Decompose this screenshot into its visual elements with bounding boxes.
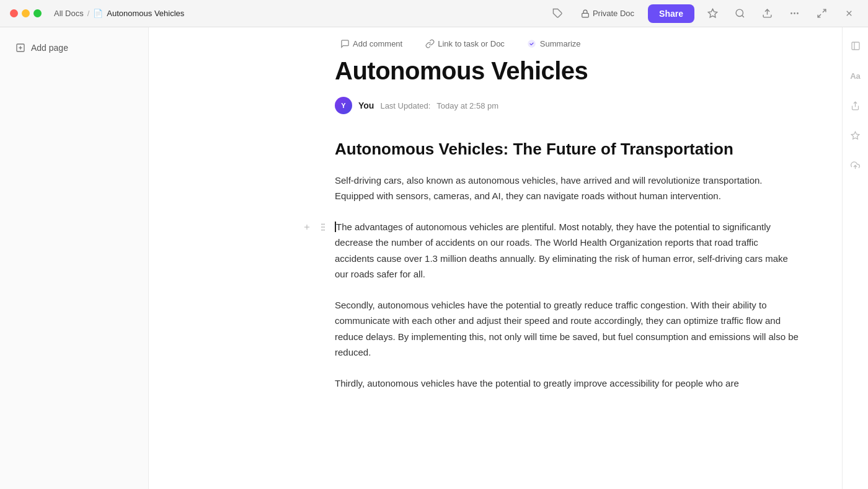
svg-point-6: [794, 13, 794, 14]
minimize-button[interactable]: [22, 9, 30, 17]
font-size-button[interactable]: Aa: [847, 67, 864, 84]
svg-line-9: [822, 9, 825, 12]
paragraph-2[interactable]: The advantages of autonomous vehicles ar…: [335, 219, 800, 282]
search-button[interactable]: [730, 4, 749, 23]
svg-point-20: [323, 223, 324, 225]
all-docs-link[interactable]: All Docs: [54, 9, 84, 18]
doc-icon: 📄: [93, 9, 103, 19]
svg-point-21: [321, 227, 322, 228]
paragraph-1[interactable]: Self-driving cars, also known as autonom…: [335, 173, 800, 204]
section-heading[interactable]: Autonomous Vehicles: The Future of Trans…: [335, 139, 800, 160]
share-right-button[interactable]: [847, 97, 864, 114]
more-options-button[interactable]: [785, 4, 804, 23]
svg-rect-1: [582, 13, 589, 17]
tag-button[interactable]: [549, 4, 567, 23]
add-comment-button[interactable]: Add comment: [335, 36, 407, 51]
favorite-button[interactable]: [703, 4, 722, 23]
content-area[interactable]: Add comment Link to task or Doc: [149, 27, 842, 489]
svg-marker-28: [851, 132, 859, 139]
add-page-button[interactable]: Add page: [5, 37, 143, 58]
paragraph-2-text: The advantages of autonomous vehicles ar…: [335, 222, 788, 280]
paragraph-4[interactable]: Thirdly, autonomous vehicles have the po…: [335, 375, 800, 392]
add-page-icon: [15, 42, 26, 53]
paragraph-1-text: Self-driving cars, also known as autonom…: [335, 175, 763, 202]
svg-point-22: [323, 227, 324, 228]
svg-point-3: [736, 9, 743, 16]
paragraph-3-text: Secondly, autonomous vehicles have the p…: [335, 300, 799, 358]
doc-last-updated-label: Last Updated:: [380, 101, 430, 110]
drag-block-button[interactable]: [316, 220, 330, 234]
svg-point-24: [323, 229, 324, 230]
close-window-button[interactable]: [839, 4, 858, 23]
paragraph-4-text: Thirdly, autonomous vehicles have the po…: [335, 378, 739, 388]
doc-toolbar: Add comment Link to task or Doc: [335, 27, 805, 56]
svg-marker-2: [708, 9, 717, 17]
add-comment-label: Add comment: [353, 39, 402, 48]
share-button[interactable]: Share: [648, 4, 694, 23]
svg-point-7: [797, 13, 797, 14]
doc-last-updated-value: Today at 2:58 pm: [436, 101, 498, 110]
close-button[interactable]: [10, 9, 18, 17]
svg-point-16: [528, 40, 536, 48]
fullscreen-button[interactable]: [812, 4, 831, 23]
svg-point-23: [321, 229, 322, 230]
link-icon: [425, 38, 435, 48]
doc-meta: Y You Last Updated: Today at 2:58 pm: [335, 97, 800, 114]
breadcrumb: All Docs / 📄 Autonomous Vehicles: [54, 9, 184, 19]
link-to-task-label: Link to task or Doc: [438, 39, 505, 48]
svg-line-4: [742, 16, 743, 17]
collapse-sidebar-button[interactable]: [847, 37, 864, 55]
doc-content: Autonomous Vehicles Y You Last Updated: …: [335, 56, 812, 443]
export-button[interactable]: [758, 4, 776, 23]
paragraph-3[interactable]: Secondly, autonomous vehicles have the p…: [335, 297, 800, 361]
main-layout: Add page Add comment: [0, 27, 868, 489]
doc-author: You: [358, 101, 374, 110]
doc-title[interactable]: Autonomous Vehicles: [335, 56, 800, 86]
titlebar-actions: Private Doc Share: [549, 4, 858, 23]
titlebar: All Docs / 📄 Autonomous Vehicles Private…: [0, 0, 868, 27]
private-doc-button[interactable]: Private Doc: [576, 6, 639, 20]
author-avatar: Y: [335, 97, 352, 114]
svg-point-19: [321, 223, 322, 225]
maximize-button[interactable]: [33, 9, 42, 17]
link-to-task-button[interactable]: Link to task or Doc: [420, 36, 510, 51]
breadcrumb-separator: /: [87, 9, 90, 18]
add-block-button[interactable]: [300, 220, 314, 234]
magic-button[interactable]: [847, 127, 864, 144]
left-sidebar: Add page: [0, 27, 149, 489]
breadcrumb-doc-title: Autonomous Vehicles: [107, 9, 184, 18]
svg-point-8: [790, 13, 791, 14]
private-doc-label: Private Doc: [593, 9, 634, 18]
svg-line-10: [818, 14, 821, 17]
summarize-icon: [527, 38, 537, 48]
add-page-label: Add page: [31, 43, 68, 53]
comment-icon: [340, 38, 350, 48]
summarize-button[interactable]: Summarize: [522, 36, 586, 51]
summarize-label: Summarize: [540, 39, 581, 48]
right-sidebar: Aa: [842, 27, 868, 489]
block-controls: [300, 220, 330, 234]
upload-button[interactable]: [847, 156, 864, 174]
svg-rect-25: [852, 42, 859, 50]
traffic-lights: [10, 9, 42, 17]
